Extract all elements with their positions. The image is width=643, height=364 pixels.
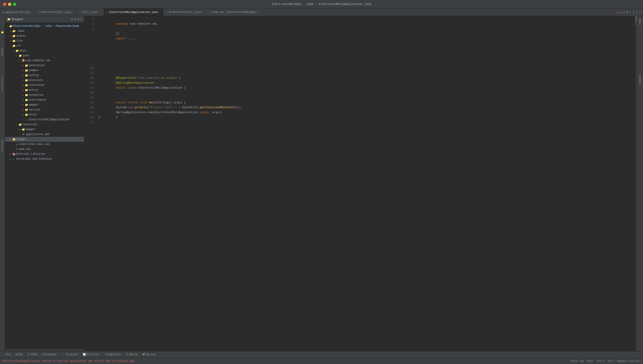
tab-pom[interactable]: 𝕄 pom.xml (ElectronicMallApi) ✕: [207, 8, 262, 16]
window-controls[interactable]: [3, 3, 16, 6]
folder-icon: 📁: [25, 69, 28, 72]
tree-item-src[interactable]: ▾ 📁 src: [5, 44, 84, 48]
tree-label: resources: [23, 123, 37, 126]
close-button[interactable]: [3, 3, 6, 6]
code-content[interactable]: package com.rabbiter.em; + import ...; @…: [97, 16, 633, 351]
tree-label: entity: [29, 88, 39, 92]
tab-close-icon[interactable]: ✕: [99, 11, 100, 14]
folder-icon: 📁: [12, 44, 16, 48]
tab-ordercontroller[interactable]: ☕ OrderController.java ✕: [163, 8, 207, 16]
todo-button[interactable]: ☰ TODO: [25, 351, 39, 358]
maximize-button[interactable]: [13, 3, 16, 6]
expand-icon: ▶: [22, 74, 25, 77]
problems-button[interactable]: ⊙ Problems: [39, 351, 59, 358]
expand-icon: ▶: [22, 79, 25, 82]
tree-item-config[interactable]: ▶ 📁 config: [5, 73, 84, 78]
tree-item-mapper-res[interactable]: ▶ 📁 mapper: [5, 127, 84, 132]
tree-item-pom[interactable]: 𝕄 pom.xml: [5, 147, 84, 152]
tree-item-external-libraries[interactable]: ▶ 📚 External Libraries: [5, 152, 84, 156]
encoding[interactable]: UTF-8: [597, 360, 604, 362]
build-button[interactable]: 🔨 Build: [123, 351, 140, 358]
tree-item-avatar[interactable]: ▶ 📁 avatar: [5, 34, 84, 38]
tab-util[interactable]: ☕ Util.java ✕: [77, 8, 104, 16]
commit-label[interactable]: Commit: [1, 48, 4, 56]
tree-label: java: [23, 54, 29, 57]
tree-item-application-yml[interactable]: ⚙ application.yml: [5, 132, 84, 137]
status-message: ElectronicMallApplication: Failed to ret…: [2, 360, 135, 362]
tree-item-annotation[interactable]: ▶ 📁 annotation: [5, 63, 84, 68]
tree-item-resources[interactable]: ▾ 📁 resources: [5, 122, 84, 127]
structure-label[interactable]: Structure: [1, 78, 4, 91]
event-log-button[interactable]: Event Log: [570, 360, 583, 362]
tree-item-utils[interactable]: ▶ 📁 utils: [5, 112, 84, 117]
tree-item-interceptor[interactable]: ▶ 📁 interceptor: [5, 98, 84, 102]
tree-item-entity[interactable]: ▶ 📁 entity: [5, 88, 84, 92]
code-gap: [99, 31, 633, 66]
profiler-button[interactable]: 📊 Profiler: [81, 351, 102, 358]
tree-item-sql[interactable]: 🗃 electronic_mall.sql: [5, 142, 84, 147]
tree-item-root[interactable]: ▾ 📁 ElectronicMallApi - idea ~/Downloads…: [5, 24, 84, 28]
tree-item-app-class[interactable]: ☕ ElectronicMallApplication: [5, 117, 84, 122]
collapse-icon[interactable]: ≡: [74, 18, 76, 21]
tab-label: Util.java: [83, 11, 97, 14]
minimize-button[interactable]: [8, 3, 11, 6]
horizontal-scrollbar[interactable]: [5, 349, 84, 351]
tree-item-controller[interactable]: ▶ 📁 controller: [5, 83, 84, 88]
line-separator[interactable]: CRLF: [587, 360, 593, 362]
close-panel-icon[interactable]: ✕: [80, 18, 82, 21]
sync-icon[interactable]: ⟳: [71, 18, 73, 21]
tree-item-common[interactable]: ▶ 📁 common: [5, 68, 84, 73]
tab-electronicmallapplication[interactable]: ☕ ElectronicMallApplication.java ✕: [104, 8, 163, 16]
git-button[interactable]: ⑂ Git: [2, 351, 14, 358]
folder-orange-icon: 📁: [12, 138, 16, 141]
xml-icon: 𝕄: [209, 11, 212, 14]
tab-application-yml[interactable]: ⚙ application.yml ✕: [0, 8, 35, 16]
tree-item-service[interactable]: ▶ 📁 service: [5, 107, 84, 112]
folder-icon: 📁: [25, 88, 28, 92]
tree-item-file[interactable]: ▶ 📁 file: [5, 38, 84, 44]
plugin-label[interactable]: Mybatis Log Plus: [617, 360, 641, 362]
tree-item-idea[interactable]: ▶ 📁 .idea: [5, 28, 84, 34]
folder-icon: 📁: [18, 54, 22, 58]
endpoints-button[interactable]: ↔ Endpoints: [102, 351, 123, 358]
code-line-15: public static void main(String[] args) {: [99, 90, 633, 95]
editor-scrollbar[interactable]: [633, 16, 636, 351]
tree-item-java[interactable]: ▾ 📁 java: [5, 53, 84, 58]
tree-label: Scratches and Consoles: [16, 158, 52, 160]
tab-close-icon[interactable]: ✕: [258, 11, 259, 14]
expand-icon: ▶: [22, 109, 25, 111]
favorites-label[interactable]: Favorites: [1, 139, 4, 152]
package-icon: 📦: [22, 59, 25, 62]
database-label[interactable]: Database: [638, 73, 642, 86]
folder-icon: 📁: [25, 94, 28, 97]
scroll-arrows[interactable]: ⟨ ⟩: [636, 10, 641, 14]
spring-button[interactable]: 🌱 Spring: [140, 351, 158, 358]
endpoints-icon: ↔: [104, 353, 106, 356]
settings-icon[interactable]: ⚙: [78, 18, 79, 21]
tree-item-target[interactable]: ▶ 📁 target: [5, 137, 84, 142]
expand-icon: ▶: [22, 94, 25, 96]
tab-usercontroller[interactable]: ☕ UserController.java ✕: [35, 8, 77, 16]
folder-icon: 📁: [25, 79, 28, 82]
tab-close-icon[interactable]: ✕: [203, 11, 204, 14]
tab-close-icon[interactable]: ✕: [73, 11, 74, 14]
tree-item-mapper[interactable]: ▶ 📁 mapper: [5, 102, 84, 107]
right-sidebar: Maven Database: [636, 16, 643, 351]
tree-item-constants[interactable]: ▶ 📁 constants: [5, 78, 84, 83]
tree-item-package[interactable]: ▾ 📦 com.rabbiter.em: [5, 58, 84, 63]
position: 22:1: [608, 360, 613, 362]
folder-icon: 📁: [18, 123, 22, 126]
library-icon: 📚: [12, 152, 16, 156]
tree-item-exception[interactable]: ▶ 📁 exception: [5, 92, 84, 98]
folder-icon: 📁: [25, 98, 28, 102]
terminal-button[interactable]: ⬛ Terminal: [59, 351, 81, 358]
tab-close-icon[interactable]: ✕: [159, 11, 160, 14]
tab-close-icon[interactable]: ✕: [31, 11, 33, 14]
tree-item-main[interactable]: ▾ 📁 main: [5, 48, 84, 53]
tree-item-scratches[interactable]: ▶ ✏ Scratches and Consoles: [5, 156, 84, 162]
maven-label[interactable]: Maven: [638, 17, 642, 26]
run-button[interactable]: ▶ Run: [14, 351, 25, 358]
expand-icon: ▶: [22, 89, 25, 92]
activity-icon-project[interactable]: 📁: [0, 30, 5, 35]
tree-label: service: [29, 108, 40, 111]
